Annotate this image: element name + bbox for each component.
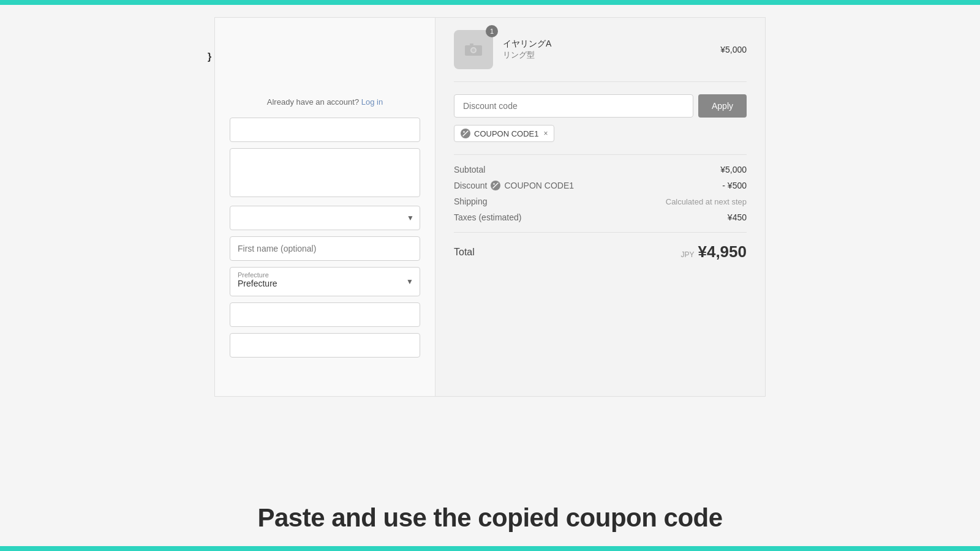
form-input-2[interactable] [230, 302, 420, 327]
shipping-value: Calculated at next step [666, 197, 747, 206]
product-image-container: 1 [454, 30, 493, 69]
country-select-wrapper: ▼ [230, 206, 420, 230]
subtotal-label: Subtotal [454, 165, 485, 174]
subtotal-value: ¥5,000 [720, 165, 747, 174]
total-row: Total JPY ¥4,950 [454, 232, 747, 261]
price-summary: Subtotal ¥5,000 Discount COUPON CODE1 - … [454, 154, 747, 261]
already-account-text: Already have an account? Log in [230, 97, 420, 107]
side-label: } [208, 51, 211, 62]
taxes-label: Taxes (estimated) [454, 212, 521, 222]
discount-coupon-name: COUPON CODE1 [504, 181, 574, 190]
shipping-label: Shipping [454, 197, 488, 206]
coupon-tag: COUPON CODE1 × [454, 125, 554, 142]
country-select[interactable] [230, 206, 420, 230]
product-image [454, 30, 493, 69]
discount-coupon-icon [491, 181, 500, 190]
prefecture-select-styled[interactable]: Prefecture Prefecture ▼ [230, 267, 420, 296]
coupon-tag-icon [461, 129, 470, 138]
prefecture-select-arrow-icon: ▼ [406, 277, 413, 286]
coupon-tag-label: COUPON CODE1 [474, 129, 538, 138]
form-textarea-1[interactable] [230, 148, 420, 197]
border-bottom [0, 546, 980, 551]
camera-icon [465, 42, 482, 57]
taxes-row: Taxes (estimated) ¥450 [454, 212, 747, 222]
log-in-link[interactable]: Log in [361, 97, 383, 107]
first-name-input[interactable] [230, 236, 420, 261]
form-input-1[interactable] [230, 118, 420, 142]
shipping-row: Shipping Calculated at next step [454, 197, 747, 206]
discount-value: - ¥500 [722, 181, 747, 190]
panels: } Already have an account? Log in ▼ Pref… [214, 17, 766, 397]
product-badge: 1 [486, 25, 498, 37]
discount-code-input[interactable] [454, 94, 693, 118]
main-container: } Already have an account? Log in ▼ Pref… [0, 5, 980, 546]
coupon-close-button[interactable]: × [543, 129, 548, 138]
apply-button[interactable]: Apply [698, 94, 747, 118]
total-value: ¥4,950 [698, 242, 747, 261]
svg-point-2 [472, 48, 475, 52]
product-info: イヤリングA リング型 [503, 39, 720, 61]
subtotal-row: Subtotal ¥5,000 [454, 165, 747, 174]
svg-point-5 [463, 131, 464, 132]
bottom-caption: Paste and use the copied coupon code [0, 503, 980, 533]
prefecture-value: Prefecture [238, 279, 412, 288]
border-top [0, 0, 980, 5]
total-value-wrapper: JPY ¥4,950 [680, 242, 747, 261]
discount-row-summary: Discount COUPON CODE1 - ¥500 [454, 181, 747, 190]
prefecture-select-wrapper: Prefecture Prefecture ▼ [230, 267, 420, 296]
left-panel: } Already have an account? Log in ▼ Pref… [214, 17, 435, 397]
discount-label: Discount COUPON CODE1 [454, 181, 574, 190]
total-label: Total [454, 247, 475, 258]
right-panel: 1 イヤリングA リング型 ¥5,000 Apply [435, 17, 766, 397]
product-name: イヤリングA [503, 39, 720, 50]
discount-code-row: Apply [454, 94, 747, 118]
product-variant: リング型 [503, 50, 720, 61]
product-price: ¥5,000 [720, 45, 747, 54]
total-currency-label: JPY [680, 250, 694, 259]
product-row: 1 イヤリングA リング型 ¥5,000 [454, 30, 747, 82]
taxes-value: ¥450 [728, 212, 747, 222]
form-input-3[interactable] [230, 333, 420, 358]
svg-point-8 [494, 183, 495, 184]
prefecture-label: Prefecture [238, 271, 412, 279]
svg-rect-3 [470, 43, 473, 45]
